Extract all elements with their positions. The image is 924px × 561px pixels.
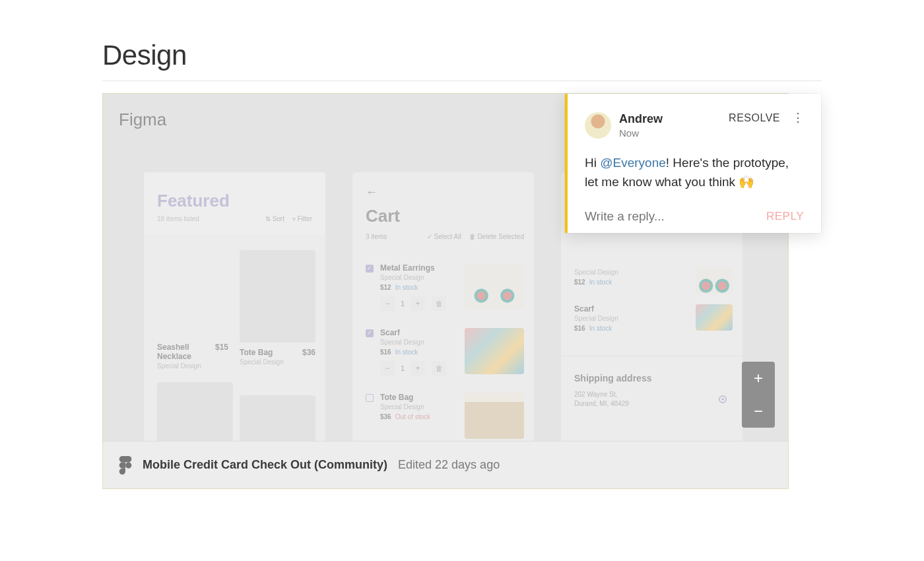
product-name: Tote Bag — [240, 348, 273, 357]
mention[interactable]: @Everyone — [600, 156, 666, 170]
cart-count: 3 items — [366, 233, 387, 240]
cart-item-checkbox[interactable] — [366, 265, 374, 273]
cart-item: Tote Bag Special Design $36Out of stock — [366, 393, 524, 439]
resolve-button[interactable]: RESOLVE — [729, 112, 780, 124]
wishlist-sub: Special Design — [574, 315, 618, 322]
cart-item: Scarf Special Design $16In stock − 1 + 🗑 — [366, 328, 524, 376]
cart-item-sub: Special Design — [380, 339, 458, 346]
svg-point-0 — [125, 462, 131, 468]
cart-item-name: Tote Bag — [380, 393, 458, 402]
sort-action[interactable]: ⇅ Sort — [265, 215, 284, 222]
wishlist-price: $12 — [574, 279, 585, 286]
cart-item-stock: In stock — [395, 348, 418, 356]
cart-item-name: Scarf — [380, 328, 458, 337]
featured-count: 18 items listed — [157, 215, 199, 222]
trash-icon[interactable]: 🗑 — [432, 361, 446, 376]
product-image — [240, 395, 315, 441]
shipping-address: 202 Wayne St, Durand, MI, 48429 — [574, 390, 629, 409]
wishlist-item[interactable]: Scarf Special Design $16In stock — [574, 304, 733, 332]
shipping-header: Shipping address — [574, 373, 651, 383]
product-card[interactable]: Seashell Necklace$15 Special Design — [157, 343, 228, 370]
wishlist-item[interactable]: Special Design $12In stock — [574, 267, 733, 294]
back-arrow-icon[interactable]: ← — [366, 185, 524, 199]
file-edited: Edited 22 days ago — [398, 458, 500, 472]
wishlist-thumb — [696, 267, 733, 294]
cart-item-checkbox[interactable] — [366, 394, 374, 402]
cart-item-checkbox[interactable] — [366, 329, 374, 337]
reply-input[interactable] — [585, 209, 730, 224]
quantity-stepper[interactable]: − 1 + 🗑 — [380, 361, 458, 376]
zoom-out-button[interactable]: − — [742, 395, 775, 428]
trash-icon[interactable]: 🗑 — [432, 296, 446, 311]
wishlist-sub: Special Design — [574, 269, 618, 276]
reply-button[interactable]: REPLY — [766, 210, 804, 223]
embed-app-label: Figma — [119, 110, 166, 130]
cart-item-price: $36 — [380, 413, 391, 420]
product-image — [157, 382, 233, 441]
figma-logo-icon — [119, 456, 132, 475]
cart-title: Cart — [366, 206, 524, 226]
zoom-in-button[interactable]: + — [742, 362, 775, 395]
featured-screen: Featured 18 items listed ⇅ Sort ▿ Filter… — [144, 172, 325, 441]
comment-time: Now — [619, 127, 663, 139]
qty-minus[interactable]: − — [380, 361, 395, 376]
featured-header-card: Featured 18 items listed ⇅ Sort ▿ Filter — [144, 172, 325, 234]
cart-item-price: $16 — [380, 348, 391, 356]
qty-plus[interactable]: + — [411, 361, 425, 376]
embed-footer: Mobile Credit Card Check Out (Community)… — [103, 441, 788, 488]
cart-item-sub: Special Design — [380, 274, 458, 281]
cart-item: Metal Earrings Special Design $12In stoc… — [366, 263, 524, 311]
qty-minus[interactable]: − — [380, 296, 395, 311]
cart-item-thumb — [465, 393, 524, 439]
more-menu-icon[interactable]: ⋮ — [792, 116, 804, 120]
cart-item-name: Metal Earrings — [380, 263, 458, 273]
wishlist-price: $16 — [574, 325, 585, 332]
product-card[interactable]: Scarf$16 Special Design — [157, 382, 233, 441]
qty-plus[interactable]: + — [411, 296, 425, 311]
wishlist-thumb — [696, 304, 733, 331]
cart-item-price: $12 — [380, 284, 391, 291]
cart-screen: ← Cart 3 items ✓ Select All 🗑 Delete Sel… — [352, 172, 534, 441]
quantity-stepper[interactable]: − 1 + 🗑 — [380, 296, 458, 311]
cart-item-thumb — [465, 263, 524, 310]
product-name: Seashell Necklace — [157, 343, 203, 361]
cart-item-stock: In stock — [395, 284, 418, 291]
file-name[interactable]: Mobile Credit Card Check Out (Community) — [143, 458, 387, 472]
filter-action[interactable]: ▿ Filter — [292, 215, 312, 222]
product-sub: Special Design — [240, 358, 315, 366]
shipping-radio[interactable] — [719, 395, 727, 403]
cart-item-stock: Out of stock — [395, 413, 430, 420]
product-price: $15 — [215, 343, 228, 361]
wishlist-name: Scarf — [574, 304, 618, 314]
comment-author: Andrew — [619, 112, 663, 126]
featured-title: Featured — [157, 191, 312, 211]
comment-popover: Andrew Now RESOLVE ⋮ Hi @Everyone! Here'… — [565, 94, 821, 233]
cart-item-sub: Special Design — [380, 403, 458, 411]
delete-selected-action[interactable]: 🗑 Delete Selected — [469, 233, 524, 240]
figma-embed: Figma Featured 18 items listed ⇅ Sort ▿ … — [102, 93, 789, 489]
divider — [102, 81, 822, 81]
product-card[interactable]: Tote Bag$36 Special Design — [240, 250, 315, 366]
cart-item-thumb — [465, 328, 524, 374]
product-card[interactable] — [240, 395, 315, 441]
comment-body: Hi @Everyone! Here's the prototype, let … — [585, 153, 804, 192]
zoom-controls: + − — [742, 362, 775, 428]
select-all-action[interactable]: ✓ Select All — [427, 233, 461, 240]
qty-value: 1 — [395, 300, 411, 308]
avatar — [585, 112, 611, 139]
page-title: Design — [102, 40, 822, 71]
product-sub: Special Design — [157, 362, 228, 370]
product-image — [240, 250, 315, 343]
product-price: $36 — [302, 348, 315, 357]
wishlist-stock: In stock — [589, 279, 612, 286]
wishlist-stock: In stock — [589, 325, 612, 332]
qty-value: 1 — [395, 364, 411, 372]
